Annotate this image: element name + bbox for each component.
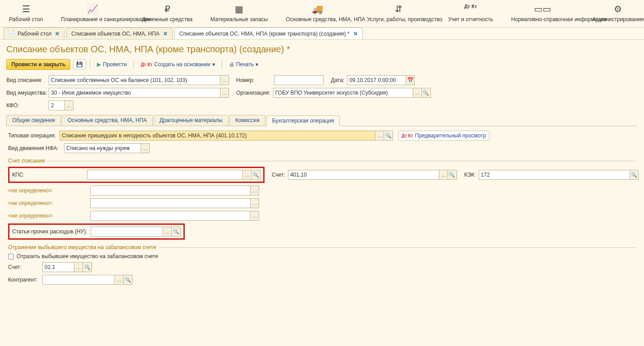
- article-label: Статья прочих расходов (НУ):: [12, 228, 88, 235]
- ellipsis-button[interactable]: …: [141, 143, 150, 153]
- org-field[interactable]: … 🔍: [273, 88, 431, 98]
- close-icon[interactable]: ✕: [353, 31, 358, 37]
- nav-planning[interactable]: 📈Планирование и санкционирование: [52, 0, 133, 27]
- ellipsis-button[interactable]: …: [163, 227, 172, 237]
- tab-writeoffs-list[interactable]: Списания объектов ОС, НМА, НПА✕: [66, 27, 172, 39]
- number-field[interactable]: [274, 75, 324, 85]
- account2-field[interactable]: … 🔍: [42, 262, 92, 272]
- post-and-close-button[interactable]: Провести и закрыть: [6, 59, 70, 70]
- search-icon[interactable]: 🔍: [83, 262, 92, 272]
- nav-money[interactable]: ₽Денежные средства: [133, 0, 201, 27]
- search-icon[interactable]: 🔍: [172, 227, 181, 237]
- nav-services[interactable]: ⇵Услуги, работы, производство: [358, 0, 439, 27]
- date-label: Дата:: [331, 77, 344, 83]
- account-label: Счет:: [272, 172, 285, 178]
- nav-assets[interactable]: 🚚Основные средства, НМА, НПА: [277, 0, 358, 27]
- search-icon[interactable]: 🔍: [123, 275, 132, 285]
- undefined-label-2: <не определено>:: [8, 200, 87, 206]
- preview-button[interactable]: Дт КтПредварительный просмотр: [398, 131, 489, 141]
- search-icon[interactable]: 🔍: [251, 170, 260, 180]
- kek-field[interactable]: 🔍: [479, 170, 639, 180]
- dtkt-small-icon: Дт Кт: [141, 62, 152, 67]
- undefined-field-3[interactable]: …: [90, 211, 259, 221]
- ruble-icon: ₽: [142, 4, 192, 14]
- tab-desktop[interactable]: 📄Рабочий стол✕: [4, 27, 64, 39]
- ellipsis-button[interactable]: …: [439, 170, 448, 180]
- writeoff-account-section: Счет списания: [8, 158, 636, 164]
- subtab-precious[interactable]: Драгоценные материалы: [154, 115, 228, 126]
- ellipsis-button[interactable]: …: [375, 131, 384, 141]
- ellipsis-button[interactable]: …: [114, 275, 123, 285]
- ellipsis-button[interactable]: …: [413, 88, 422, 98]
- dtkt-icon: Дт Кт: [448, 4, 493, 14]
- kps-highlight: КПС: … 🔍: [8, 167, 265, 183]
- article-highlight: Статья прочих расходов (НУ): … 🔍: [8, 223, 185, 240]
- nav-accounting[interactable]: Дт КтУчет и отчетность: [439, 0, 502, 27]
- property-type-field[interactable]: …: [49, 88, 229, 98]
- typical-op-label: Типовая операция:: [8, 132, 57, 139]
- ellipsis-button[interactable]: …: [74, 262, 83, 272]
- search-icon[interactable]: 🔍: [422, 88, 431, 98]
- truck-icon: 🚚: [286, 4, 349, 14]
- dtkt-small-icon: Дт Кт: [402, 133, 413, 138]
- nav-admin[interactable]: ⚙Администрирование: [583, 0, 644, 27]
- org-label: Организация:: [236, 90, 270, 96]
- kek-label: КЭК:: [464, 172, 476, 178]
- offbalance-check-label: Отразить выбывшее имущество на забалансо…: [17, 253, 158, 260]
- undefined-field-1[interactable]: …: [90, 186, 259, 196]
- account-field[interactable]: … 🔍: [288, 170, 457, 180]
- kps-field[interactable]: … 🔍: [87, 170, 260, 180]
- undefined-label-1: <не определено>:: [8, 187, 87, 194]
- article-field[interactable]: … 🔍: [91, 227, 181, 237]
- nav-reference[interactable]: ▭▭Нормативно-справочная информация: [502, 0, 583, 27]
- ellipsis-button[interactable]: …: [220, 75, 229, 85]
- calendar-icon[interactable]: 📅: [406, 75, 415, 85]
- ellipsis-button[interactable]: …: [64, 100, 73, 110]
- subtab-commission[interactable]: Комиссия: [229, 115, 265, 126]
- offbalance-section: Отражение выбывшего имущества на забалан…: [8, 244, 636, 250]
- menu-icon: ☰: [9, 4, 43, 14]
- nav-desktop[interactable]: ☰Рабочий стол: [0, 0, 52, 27]
- chevron-down-icon: ▾: [256, 61, 258, 68]
- date-field[interactable]: 📅: [347, 75, 415, 85]
- search-icon[interactable]: 🔍: [630, 170, 639, 180]
- post-button[interactable]: ▶Провести: [94, 59, 130, 69]
- undefined-field-2[interactable]: …: [90, 198, 259, 208]
- subtab-general[interactable]: Общие сведения: [6, 115, 61, 126]
- close-icon[interactable]: ✕: [55, 31, 59, 37]
- ellipsis-button[interactable]: …: [242, 170, 251, 180]
- writeoff-type-field[interactable]: …: [49, 75, 229, 85]
- property-type-label: Вид имущества:: [6, 90, 46, 96]
- ellipsis-button[interactable]: …: [250, 211, 259, 221]
- close-icon[interactable]: ✕: [163, 31, 168, 37]
- page-title: Списание объектов ОС, НМА, НПА (кроме тр…: [6, 44, 638, 55]
- post-icon: ▶: [97, 61, 101, 68]
- search-icon[interactable]: 🔍: [448, 170, 457, 180]
- tab-writeoff-create[interactable]: Списание объектов ОС, НМА, НПА (кроме тр…: [174, 27, 363, 39]
- ellipsis-button[interactable]: …: [250, 198, 259, 208]
- create-based-button[interactable]: Дт КтСоздать на основании▾: [137, 59, 218, 69]
- chart-icon: 📈: [61, 4, 124, 14]
- search-icon[interactable]: 🔍: [384, 131, 393, 141]
- document-tabs: 📄Рабочий стол✕ Списания объектов ОС, НМА…: [0, 27, 644, 40]
- offbalance-checkbox[interactable]: [8, 254, 14, 260]
- printer-icon: 🖨: [229, 61, 234, 68]
- subtab-accounting-op[interactable]: Бухгалтерская операция: [266, 115, 340, 126]
- ellipsis-button[interactable]: …: [250, 186, 259, 196]
- undefined-label-3: <не определено>:: [8, 213, 87, 219]
- subtab-assets[interactable]: Основные средства, НМА, НПА: [62, 115, 153, 126]
- nfa-move-field[interactable]: …: [64, 143, 150, 153]
- print-button[interactable]: 🖨Печать▾: [226, 59, 261, 69]
- nfa-move-label: Вид движения НФА:: [8, 145, 61, 151]
- chevron-down-icon: ▾: [212, 61, 215, 68]
- number-label: Номер:: [236, 77, 254, 83]
- save-button[interactable]: 💾: [73, 59, 86, 69]
- nav-materials[interactable]: ▦Материальные запасы: [201, 0, 277, 27]
- kfo-field[interactable]: …: [49, 100, 73, 110]
- typical-op-field[interactable]: … 🔍: [59, 131, 393, 141]
- account2-label: Счет:: [8, 264, 40, 270]
- counterparty-label: Контрагент:: [8, 277, 40, 283]
- tab-icon: 📄: [9, 31, 15, 37]
- ellipsis-button[interactable]: …: [220, 88, 229, 98]
- counterparty-field[interactable]: … 🔍: [42, 275, 132, 285]
